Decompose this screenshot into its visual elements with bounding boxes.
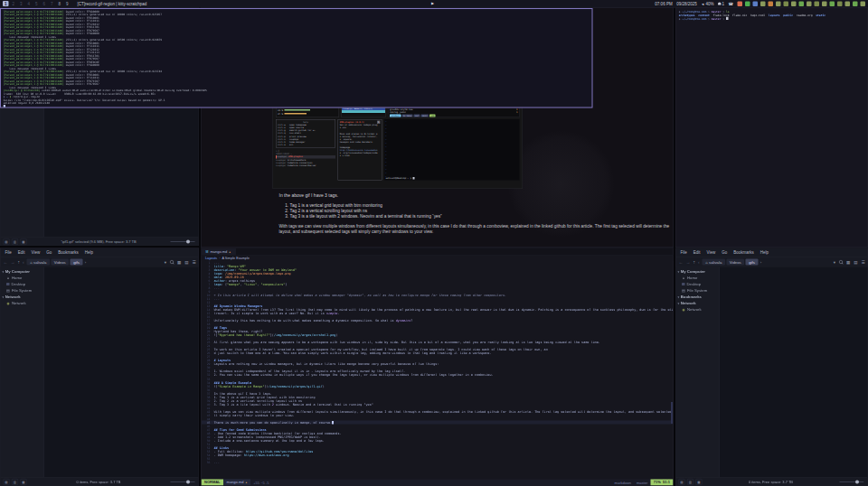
edit-path-icon[interactable]: ▥ (12, 479, 18, 485)
search-icon[interactable] (170, 260, 174, 264)
workspace-button-6[interactable]: 6 (42, 1, 48, 6)
zoom-slider-thumb[interactable] (186, 480, 190, 483)
zoom-slider-thumb[interactable] (855, 480, 859, 483)
tray-icon-11[interactable] (815, 1, 820, 6)
menu-bookmarks[interactable]: Bookmarks (58, 250, 79, 255)
split-view-icon[interactable]: ▦ (21, 479, 27, 485)
breadcrumb-gifs[interactable]: gifs (71, 259, 83, 266)
tray-icon-8[interactable] (791, 1, 797, 6)
side-pane-toggle-icon[interactable]: ▤ (679, 479, 685, 485)
menu-edit[interactable]: Edit (693, 250, 701, 255)
compact-view-icon[interactable]: ▤ (184, 260, 188, 265)
forward-button[interactable]: → (11, 259, 15, 265)
edit-path-icon[interactable]: ▥ (687, 479, 693, 485)
collapse-icon[interactable]: ▾ (678, 270, 680, 274)
breadcrumb-home[interactable]: ⌂salivala (703, 259, 725, 266)
kitty-scratchpad-terminal[interactable]: [Parsed_palettegen_1 @ 0x7f9138011b48] D… (0, 8, 593, 108)
menu-edit[interactable]: Edit (18, 250, 25, 255)
tray-icon-7[interactable] (784, 1, 789, 6)
split-view-icon[interactable]: ▦ (696, 479, 703, 485)
sidebar-item-file-system[interactable]: ▤File System (676, 287, 720, 294)
workspace-button-8[interactable]: 8 (57, 1, 63, 6)
collapse-icon[interactable]: ▾ (3, 295, 5, 299)
menu-help[interactable]: Help (85, 250, 93, 255)
breadcrumb-scroll-left[interactable]: ‹ (698, 259, 700, 265)
collapse-icon[interactable]: ▾ (3, 270, 5, 274)
tray-icon-9[interactable] (799, 1, 805, 6)
file-list[interactable] (720, 267, 868, 478)
tab-mango-md[interactable]: M mango.md ● (202, 248, 236, 255)
tray-icon-6[interactable] (776, 1, 781, 6)
breadcrumb-next-button[interactable]: › (760, 259, 762, 266)
workspace-button-3[interactable]: 3 (18, 1, 24, 6)
sidebar-item-desktop[interactable]: Desktop (676, 281, 720, 287)
sidebar-item-network[interactable]: ◉Network (676, 306, 720, 313)
tray-icon-16[interactable] (853, 1, 858, 6)
menu-go[interactable]: Go (46, 250, 52, 255)
zoom-slider[interactable] (171, 481, 195, 482)
zoom-slider[interactable] (171, 241, 195, 242)
detail-view-icon[interactable]: ☰ (861, 260, 864, 265)
tray-icon-10[interactable] (807, 1, 812, 6)
back-button[interactable]: ← (679, 259, 684, 265)
workspace-button-5[interactable]: 5 (33, 1, 40, 6)
icon-view-icon[interactable]: ▦ (846, 260, 850, 265)
sidebar-item-desktop[interactable]: Desktop (1, 281, 44, 287)
menu-go[interactable]: Go (722, 250, 727, 255)
tray-icon-1[interactable] (738, 1, 743, 6)
collapse-icon[interactable]: ▾ (678, 302, 680, 305)
volume-indicator[interactable]: ◄ 40% (701, 2, 713, 6)
edit-path-icon[interactable]: ▥ (12, 238, 18, 245)
workspace-button-9[interactable]: 9 (64, 1, 71, 6)
breadcrumb-gifs[interactable]: gifs (746, 259, 759, 266)
menu-help[interactable]: Help (760, 250, 769, 255)
file-list[interactable] (44, 267, 199, 478)
tray-icon-17[interactable] (861, 1, 866, 6)
tray-icon-5[interactable] (769, 1, 774, 6)
up-button[interactable]: ↑ (18, 259, 21, 265)
back-button[interactable]: ← (4, 259, 8, 265)
breadcrumb-scroll-left[interactable]: ‹ (23, 259, 24, 265)
side-pane-toggle-icon[interactable]: ▤ (4, 238, 10, 245)
detail-view-icon[interactable]: ☰ (192, 260, 195, 265)
tray-icon-12[interactable] (822, 1, 827, 6)
tray-icon-15[interactable] (845, 1, 851, 6)
breadcrumb-videos[interactable]: Videos (726, 259, 744, 266)
workspace-button-7[interactable]: 7 (49, 1, 55, 6)
tray-icon-3[interactable] (753, 1, 759, 6)
menu-file[interactable]: File (5, 250, 12, 255)
breadcrumb-videos[interactable]: Videos (51, 259, 69, 266)
sidebar-item-home[interactable]: ⌂Home (676, 275, 720, 281)
side-pane-toggle-icon[interactable]: ▤ (4, 479, 10, 485)
sidebar-item-file-system[interactable]: ▤File System (1, 287, 44, 294)
collapse-icon[interactable]: ▾ (678, 295, 680, 299)
breadcrumb-home[interactable]: ⌂salivala (27, 259, 50, 266)
menu-view[interactable]: View (32, 250, 41, 255)
workspace-button-4[interactable]: 4 (26, 1, 33, 6)
tray-icon-4[interactable] (760, 1, 766, 6)
menu-file[interactable]: File (681, 250, 687, 255)
workspace-button-2[interactable]: 2 (11, 1, 17, 6)
split-view-icon[interactable]: ▦ (21, 238, 27, 245)
forward-button[interactable]: → (686, 259, 691, 265)
filter-icon[interactable]: ▾ (834, 260, 835, 265)
filter-icon[interactable]: ▾ (165, 260, 166, 265)
menu-bookmarks[interactable]: Bookmarks (733, 250, 754, 255)
zoom-slider-thumb[interactable] (186, 239, 190, 243)
breadcrumb-next-button[interactable]: › (84, 259, 87, 266)
zoom-slider[interactable] (840, 481, 864, 482)
sidebar-item-home[interactable]: ⌂Home (1, 275, 44, 281)
workspace-button-1[interactable]: 1 (3, 1, 9, 6)
phone-icon[interactable]: ☎ (728, 2, 733, 6)
scrollbar-thumb[interactable] (671, 402, 673, 424)
search-icon[interactable] (839, 260, 843, 264)
compact-view-icon[interactable]: ▤ (854, 260, 857, 265)
tray-icon-14[interactable] (837, 1, 843, 6)
tray-icon-13[interactable] (830, 1, 835, 6)
up-button[interactable]: ↑ (693, 259, 696, 265)
tray-icon-2[interactable] (745, 1, 750, 6)
menu-view[interactable]: View (707, 250, 716, 255)
sidebar-item-network[interactable]: ◉Network (1, 300, 44, 306)
icon-view-icon[interactable]: ▦ (177, 260, 181, 265)
editor-buffer[interactable]: 1---2title: "Mango WM"3description: "You… (202, 261, 674, 480)
